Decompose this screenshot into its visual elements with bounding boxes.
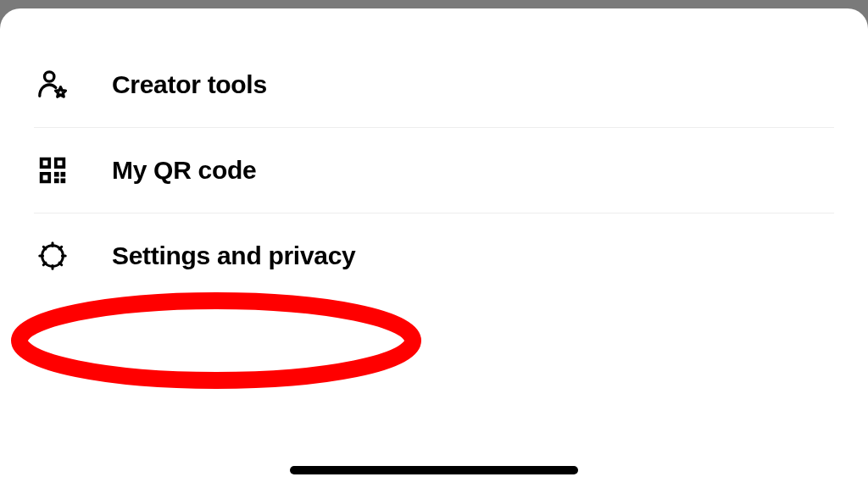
creator-tools-icon <box>34 66 71 103</box>
svg-rect-1 <box>54 172 59 177</box>
annotation-highlight-ellipse <box>8 291 424 391</box>
gear-icon <box>34 237 71 274</box>
menu-item-label: Creator tools <box>112 70 267 99</box>
menu-item-qr-code[interactable]: My QR code <box>0 128 868 213</box>
svg-rect-2 <box>61 172 66 177</box>
menu-item-label: My QR code <box>112 156 256 185</box>
svg-rect-3 <box>54 179 59 184</box>
svg-point-0 <box>45 72 54 81</box>
menu-item-settings-privacy[interactable]: Settings and privacy <box>0 214 868 298</box>
menu-list: Creator tools My QR code <box>0 8 868 298</box>
home-indicator <box>290 466 578 474</box>
menu-item-label: Settings and privacy <box>112 241 355 270</box>
svg-rect-4 <box>61 179 66 184</box>
svg-point-6 <box>19 301 413 380</box>
qr-code-icon <box>34 152 71 189</box>
menu-item-creator-tools[interactable]: Creator tools <box>0 42 868 127</box>
bottom-sheet: Creator tools My QR code <box>0 8 868 488</box>
